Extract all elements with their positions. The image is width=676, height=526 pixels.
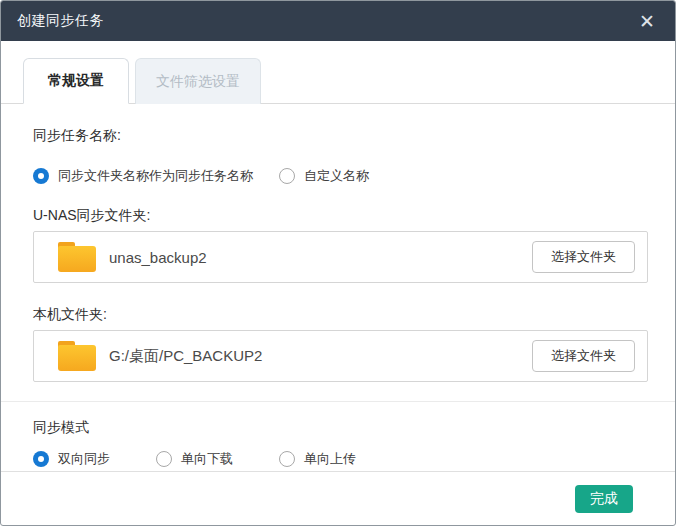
dialog-content: 同步任务名称: 同步文件夹名称作为同步任务名称 自定义名称 U-NAS同步文件夹… bbox=[1, 104, 675, 382]
footer: 完成 bbox=[1, 471, 675, 525]
radio-dot bbox=[38, 173, 44, 179]
task-name-options: 同步文件夹名称作为同步任务名称 自定义名称 bbox=[33, 167, 648, 185]
tab-general-settings[interactable]: 常规设置 bbox=[23, 58, 129, 104]
sync-mode-options: 双向同步 单向下载 单向上传 bbox=[33, 450, 648, 468]
radio-one-way-download[interactable]: 单向下载 bbox=[156, 450, 279, 468]
folder-icon-body bbox=[58, 345, 96, 371]
sync-mode-label: 同步模式 bbox=[33, 417, 648, 437]
unas-select-folder-button[interactable]: 选择文件夹 bbox=[532, 241, 635, 273]
radio-folder-name-as-task-name[interactable]: 同步文件夹名称作为同步任务名称 bbox=[33, 167, 253, 185]
unas-folder-box: unas_backup2 选择文件夹 bbox=[33, 231, 648, 283]
radio-two-way-sync[interactable]: 双向同步 bbox=[33, 450, 156, 468]
radio-unselected-icon bbox=[279, 451, 295, 467]
radio-label: 双向同步 bbox=[58, 450, 110, 468]
radio-selected-icon bbox=[33, 168, 49, 184]
task-name-label: 同步任务名称: bbox=[33, 125, 648, 145]
radio-custom-name[interactable]: 自定义名称 bbox=[279, 167, 369, 185]
local-select-folder-button[interactable]: 选择文件夹 bbox=[532, 340, 635, 372]
local-folder-path: G:/桌面/PC_BACKUP2 bbox=[109, 347, 262, 366]
titlebar: 创建同步任务 ✕ bbox=[1, 1, 675, 41]
tab-bar: 常规设置 文件筛选设置 bbox=[1, 41, 675, 104]
radio-label: 单向上传 bbox=[304, 450, 356, 468]
radio-label: 单向下载 bbox=[181, 450, 233, 468]
dialog-title: 创建同步任务 bbox=[17, 12, 104, 30]
tab-file-filter-settings[interactable]: 文件筛选设置 bbox=[135, 58, 261, 104]
folder-icon-body bbox=[58, 246, 96, 272]
radio-selected-icon bbox=[33, 451, 49, 467]
folder-icon bbox=[58, 242, 96, 272]
unas-folder-label: U-NAS同步文件夹: bbox=[33, 205, 648, 225]
folder-icon bbox=[58, 341, 96, 371]
radio-label: 同步文件夹名称作为同步任务名称 bbox=[58, 167, 253, 185]
radio-dot bbox=[38, 456, 44, 462]
done-button[interactable]: 完成 bbox=[575, 485, 633, 513]
local-folder-label: 本机文件夹: bbox=[33, 304, 648, 324]
radio-one-way-upload[interactable]: 单向上传 bbox=[279, 450, 356, 468]
radio-unselected-icon bbox=[279, 168, 295, 184]
radio-unselected-icon bbox=[156, 451, 172, 467]
local-folder-box: G:/桌面/PC_BACKUP2 选择文件夹 bbox=[33, 330, 648, 382]
create-sync-task-dialog: 创建同步任务 ✕ 常规设置 文件筛选设置 同步任务名称: 同步文件夹名称作为同步… bbox=[0, 0, 676, 526]
unas-folder-path: unas_backup2 bbox=[109, 249, 207, 266]
radio-label: 自定义名称 bbox=[304, 167, 369, 185]
sync-mode-section: 同步模式 双向同步 单向下载 单向上传 bbox=[1, 402, 675, 468]
close-icon[interactable]: ✕ bbox=[635, 10, 659, 33]
